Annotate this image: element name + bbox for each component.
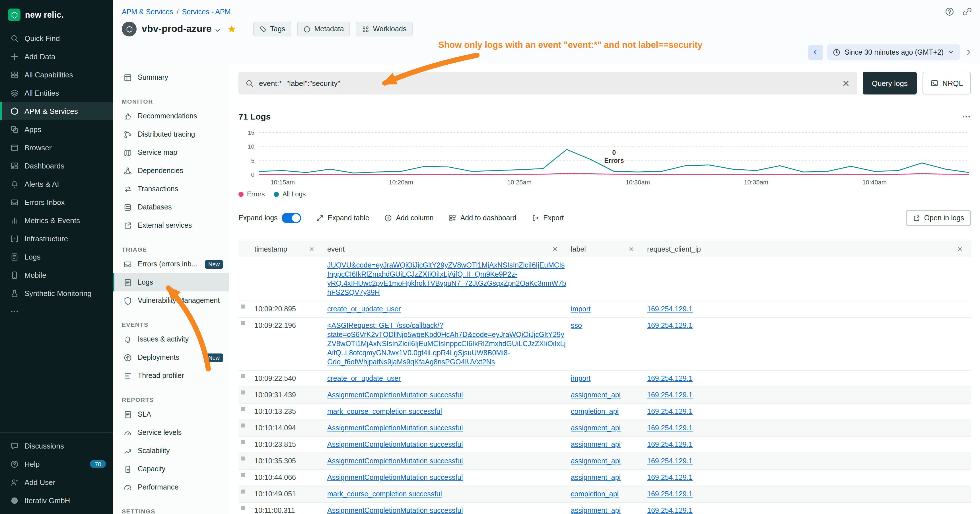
table-row[interactable]: 10:10:44.066 AssignmentCompletionMutatio…	[239, 469, 971, 486]
time-forward-button[interactable]	[964, 48, 973, 57]
permalink-icon[interactable]	[963, 7, 972, 16]
sidebar-item-discussions[interactable]: Discussions	[0, 437, 113, 455]
expand-logs-toggle[interactable]	[282, 213, 301, 223]
sidebar-item-service-levels[interactable]: Service levels	[113, 423, 229, 442]
table-row[interactable]: 10:10:14.094 AssignmentCompletionMutatio…	[239, 420, 971, 437]
ip-link[interactable]: 169.254.129.1	[647, 321, 693, 329]
event-link[interactable]: AssignmentCompletionMutation successful	[327, 457, 463, 465]
export-button[interactable]: Export	[531, 214, 564, 222]
add-column-button[interactable]: Add column	[384, 214, 434, 222]
event-link[interactable]: AssignmentCompletionMutation successful	[327, 441, 463, 449]
table-row[interactable]: 10:10:23.815 AssignmentCompletionMutatio…	[239, 437, 971, 453]
event-link[interactable]: create_or_update_user	[327, 305, 401, 313]
table-row[interactable]: 10:11:00.311 AssignmentCompletionMutatio…	[239, 503, 971, 514]
sidebar-item-databases[interactable]: Databases	[113, 198, 229, 216]
sidebar-item-add-user[interactable]: Add User	[0, 473, 113, 491]
remove-column-icon[interactable]	[628, 246, 635, 252]
event-link[interactable]: AssignmentCompletionMutation successful	[327, 391, 463, 399]
label-link[interactable]: completion_api	[571, 407, 619, 415]
sidebar-item-logs[interactable]: Logs	[113, 273, 229, 291]
sidebar-item-iterativ-gmbh[interactable]: Iterativ GmbH	[0, 491, 113, 509]
time-back-button[interactable]	[808, 45, 823, 59]
event-link[interactable]: AssignmentCompletionMutation successful	[327, 474, 463, 482]
workloads-button[interactable]: Workloads	[356, 22, 413, 37]
sidebar-item-deployments[interactable]: Deployments New	[113, 349, 229, 367]
open-in-logs-button[interactable]: Open in logs	[906, 210, 971, 226]
event-link[interactable]: mark_course_completion successful	[327, 407, 442, 415]
column-header-request-client-ip[interactable]: request_client_ip	[645, 241, 971, 257]
nrql-button[interactable]: NRQL	[923, 72, 971, 94]
sidebar-item-mobile[interactable]: Mobile	[0, 266, 113, 284]
table-row[interactable]: 10:09:20.895 create_or_update_user impor…	[239, 301, 971, 318]
sidebar-item-alerts-ai[interactable]: Alerts & AI	[0, 175, 113, 193]
row-marker-icon[interactable]	[241, 506, 245, 510]
ip-link[interactable]: 169.254.129.1	[647, 490, 693, 498]
time-picker[interactable]: Since 30 minutes ago (GMT+2)	[827, 45, 960, 60]
event-link[interactable]: <ASGIRequest: GET '/sso/callback/?state=…	[327, 321, 566, 366]
row-marker-icon[interactable]	[241, 473, 245, 477]
label-link[interactable]: assignment_api	[571, 441, 620, 449]
table-row[interactable]: JUQVU&code=eyJraWQiOiJjcGltY29yZV8wOTl1M…	[239, 257, 971, 301]
event-link[interactable]: JUQVU&code=eyJraWQiOiJjcGltY29yZV8wOTl1M…	[327, 261, 566, 296]
sidebar-item-issues-activity[interactable]: Issues & activity	[113, 330, 229, 349]
table-row[interactable]: 10:10:49.051 mark_course_completion succ…	[239, 486, 971, 503]
sidebar-item-apps[interactable]: Apps	[0, 120, 113, 138]
table-row[interactable]: 10:09:22.196 <ASGIRequest: GET '/sso/cal…	[239, 318, 971, 371]
row-marker-icon[interactable]	[241, 304, 245, 309]
column-header-timestamp[interactable]: timestamp	[252, 241, 325, 257]
help-circle-icon[interactable]	[945, 7, 955, 16]
sidebar-item-more[interactable]	[0, 302, 113, 320]
ip-link[interactable]: 169.254.129.1	[647, 391, 693, 399]
event-link[interactable]: AssignmentCompletionMutation successful	[327, 507, 463, 514]
sidebar-item-errors-inbox[interactable]: Errors Inbox	[0, 193, 113, 211]
ip-link[interactable]: 169.254.129.1	[647, 457, 693, 465]
sidebar-item-transactions[interactable]: Transactions	[113, 180, 229, 198]
legend-item[interactable]: Errors	[239, 191, 265, 197]
table-row[interactable]: 10:10:35.305 AssignmentCompletionMutatio…	[239, 453, 971, 469]
table-row[interactable]: 10:09:31.439 AssignmentCompletionMutatio…	[239, 387, 971, 404]
label-link[interactable]: completion_api	[571, 490, 619, 498]
add-to-dashboard-button[interactable]: Add to dashboard	[449, 214, 517, 222]
sidebar-item-apm-services[interactable]: APM & Services	[0, 102, 113, 120]
ip-link[interactable]: 169.254.129.1	[647, 374, 693, 382]
clear-query-icon[interactable]	[842, 79, 850, 88]
sidebar-item-scalability[interactable]: Scalability	[113, 442, 229, 460]
label-link[interactable]: assignment_api	[571, 507, 620, 514]
sidebar-item-summary[interactable]: Summary	[113, 68, 229, 86]
sidebar-item-all-entities[interactable]: All Entities	[0, 84, 113, 102]
sidebar-item-external-services[interactable]: External services	[113, 216, 229, 234]
ip-link[interactable]: 169.254.129.1	[647, 424, 693, 432]
row-marker-icon[interactable]	[241, 321, 245, 325]
label-link[interactable]: assignment_api	[571, 474, 620, 482]
ip-link[interactable]: 169.254.129.1	[647, 407, 693, 415]
tags-button[interactable]: Tags	[253, 22, 292, 37]
row-marker-icon[interactable]	[241, 423, 245, 428]
remove-column-icon[interactable]	[309, 246, 315, 252]
label-link[interactable]: assignment_api	[571, 457, 620, 465]
event-link[interactable]: mark_course_completion successful	[327, 490, 442, 498]
row-marker-icon[interactable]	[241, 440, 245, 444]
row-marker-icon[interactable]	[241, 374, 245, 378]
new-relic-logo[interactable]: new relic.	[0, 0, 113, 29]
ip-link[interactable]: 169.254.129.1	[647, 474, 693, 482]
event-link[interactable]: create_or_update_user	[327, 374, 401, 382]
sidebar-item-errors-errors-inb[interactable]: Errors (errors inb... New	[113, 255, 229, 273]
sidebar-item-performance[interactable]: Performance	[113, 478, 229, 496]
breadcrumb-current-link[interactable]: Services - APM	[182, 8, 231, 16]
sidebar-item-dependencies[interactable]: Dependencies	[113, 162, 229, 180]
legend-item[interactable]: All Logs	[274, 191, 306, 197]
label-link[interactable]: import	[571, 374, 590, 382]
sidebar-item-thread-profiler[interactable]: Thread profiler	[113, 367, 229, 385]
sidebar-item-sla[interactable]: SLA	[113, 405, 229, 423]
remove-column-icon[interactable]	[552, 246, 558, 252]
sidebar-item-service-map[interactable]: Service map	[113, 143, 229, 162]
breadcrumb-root-link[interactable]: APM & Services	[122, 8, 173, 16]
sidebar-item-synthetic-monitoring[interactable]: Synthetic Monitoring	[0, 284, 113, 302]
favorite-star-icon[interactable]	[227, 24, 236, 33]
row-marker-icon[interactable]	[241, 407, 245, 411]
sidebar-item-capacity[interactable]: Capacity	[113, 460, 229, 478]
ip-link[interactable]: 169.254.129.1	[647, 507, 693, 514]
label-link[interactable]: import	[571, 305, 590, 313]
sidebar-item-quick-find[interactable]: Quick Find	[0, 29, 113, 47]
sidebar-item-browser[interactable]: Browser	[0, 138, 113, 156]
